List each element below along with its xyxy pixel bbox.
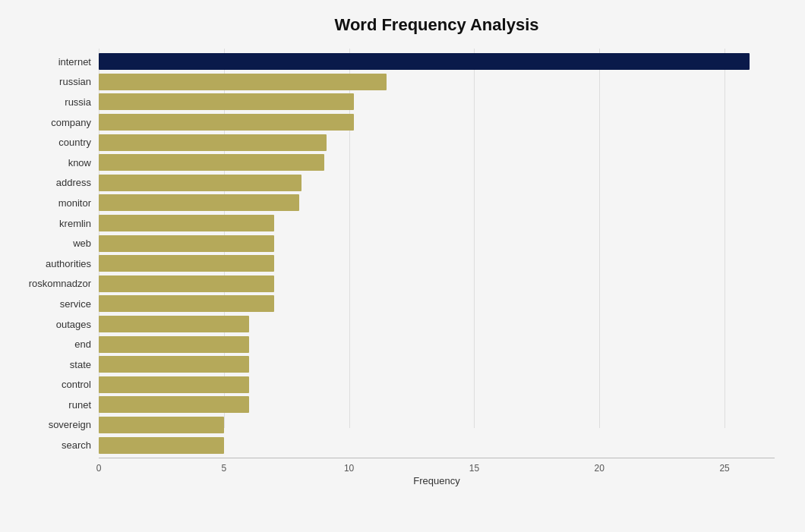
bar-web	[99, 235, 274, 252]
x-axis-label: Frequency	[413, 475, 459, 486]
bar-company	[99, 114, 354, 131]
x-tick-label: 15	[469, 463, 479, 474]
bar-service	[99, 295, 274, 312]
bar-row: russian	[99, 72, 775, 93]
bar-label: kremlin	[0, 218, 99, 229]
bar-row: end	[99, 334, 775, 354]
bar-outages	[99, 316, 249, 332]
bar-row: know	[99, 153, 775, 173]
bar-row: kremlin	[99, 213, 775, 234]
bar-country	[99, 134, 327, 151]
chart-container: Word Frequency Analysis internetrussianr…	[0, 0, 805, 532]
bar-internet	[99, 53, 750, 70]
bar-row: runet	[99, 395, 775, 415]
bar-row: web	[99, 233, 775, 253]
bar-runet	[99, 396, 249, 413]
bar-label: address	[0, 177, 99, 188]
bar-know	[99, 154, 324, 171]
x-tick-label: 0	[96, 463, 102, 474]
bar-row: state	[99, 354, 775, 375]
bar-row: sovereign	[99, 415, 775, 436]
bar-row: outages	[99, 314, 775, 335]
bar-search	[99, 437, 224, 454]
bar-label: outages	[0, 319, 99, 330]
bar-address	[99, 175, 301, 191]
bar-row: internet	[99, 52, 775, 72]
bar-kremlin	[99, 215, 274, 231]
bar-label: state	[0, 359, 99, 370]
bar-row: address	[99, 173, 775, 194]
bar-label: country	[0, 137, 99, 148]
bar-row: search	[99, 435, 775, 455]
bar-row: control	[99, 375, 775, 395]
bars-area: internetrussianrussiacompanycountryknowa…	[99, 49, 775, 458]
bar-end	[99, 336, 249, 353]
bar-label: internet	[0, 56, 99, 68]
bar-label: end	[0, 338, 99, 350]
bar-row: country	[99, 132, 775, 153]
bar-russian	[99, 74, 387, 90]
bar-monitor	[99, 194, 299, 211]
bar-label: sovereign	[0, 419, 99, 430]
x-tick-label: 10	[344, 463, 354, 474]
bar-row: monitor	[99, 193, 775, 213]
x-tick-label: 25	[719, 463, 729, 474]
bar-authorities	[99, 255, 274, 272]
bar-row: company	[99, 112, 775, 133]
bar-label: control	[0, 379, 99, 390]
bar-label: authorities	[0, 258, 99, 269]
bar-row: roskomnadzor	[99, 274, 775, 294]
bar-row: authorities	[99, 253, 775, 274]
x-tick-label: 20	[595, 463, 605, 474]
bar-label: roskomnadzor	[0, 278, 99, 289]
bar-label: service	[0, 298, 99, 310]
bar-label: russia	[0, 96, 99, 108]
bar-russia	[99, 93, 354, 110]
bar-label: search	[0, 439, 99, 451]
chart-title: Word Frequency Analysis	[99, 15, 775, 35]
bar-label: company	[0, 117, 99, 128]
bar-row: service	[99, 294, 775, 314]
bar-row: russia	[99, 92, 775, 112]
x-ticks: 0510152025	[99, 458, 775, 474]
bar-label: russian	[0, 76, 99, 87]
bar-label: know	[0, 157, 99, 168]
bar-label: web	[0, 238, 99, 249]
bar-state	[99, 356, 249, 373]
bar-control	[99, 376, 249, 393]
bar-label: monitor	[0, 197, 99, 209]
bar-sovereign	[99, 417, 224, 433]
x-axis: 0510152025 Frequency	[99, 458, 775, 489]
bar-label: runet	[0, 399, 99, 411]
bar-roskomnadzor	[99, 275, 274, 292]
x-tick-label: 5	[221, 463, 226, 474]
chart-area: internetrussianrussiacompanycountryknowa…	[99, 49, 775, 489]
